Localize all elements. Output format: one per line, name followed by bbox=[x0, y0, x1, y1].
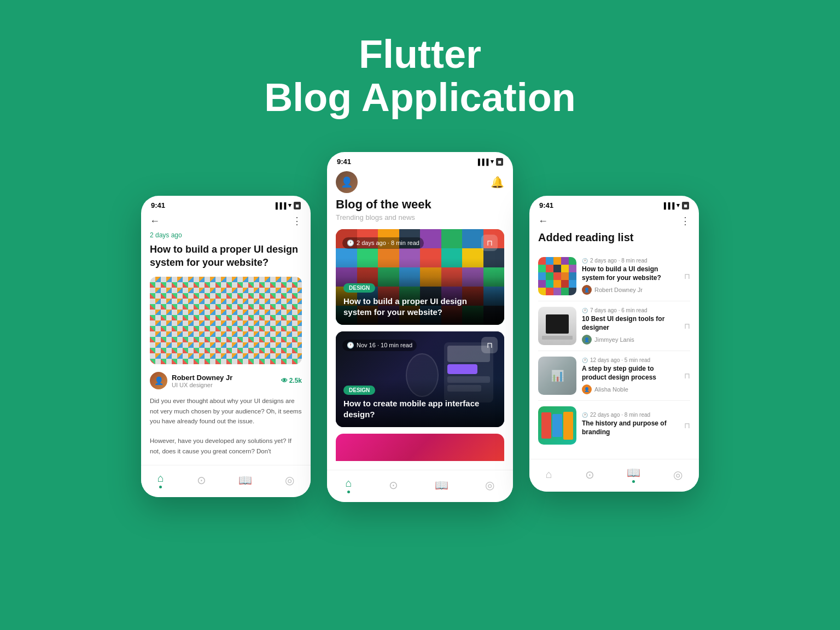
article-meta: 2 days ago bbox=[150, 231, 302, 239]
reading-thumb-3: 📊 bbox=[538, 357, 576, 395]
phone-header-right: ← ⋮ bbox=[529, 212, 699, 231]
reading-meta-2: 🕐 7 days ago · 6 min read bbox=[582, 307, 679, 313]
nav-bookmark-right[interactable]: 📖 bbox=[627, 466, 640, 483]
card1-overlay: DESIGN How to build a proper UI design s… bbox=[336, 277, 504, 325]
card1-badge: DESIGN bbox=[343, 283, 375, 293]
bottom-nav-right: ⌂ ⊙ 📖 ◎ bbox=[529, 459, 699, 492]
phone-header-center: 👤 🔔 bbox=[327, 168, 513, 197]
card1-bookmark-button[interactable]: ⊓ bbox=[481, 235, 498, 251]
home-icon: ⌂ bbox=[158, 472, 164, 485]
reading-item-2[interactable]: 🕐 7 days ago · 6 min read 10 Best UI des… bbox=[538, 301, 690, 351]
reading-title-2: 10 Best UI design tools for designer bbox=[582, 315, 679, 332]
section-subtitle: Trending blogs and news bbox=[336, 213, 504, 221]
reading-author-2: 👤 Jimmyey Lanis bbox=[582, 335, 679, 345]
back-button-right[interactable]: ← bbox=[538, 215, 548, 227]
clock-icon-r2: 🕐 bbox=[582, 308, 588, 313]
title-line1: Flutter bbox=[359, 32, 481, 76]
bookmark-icon: 📖 bbox=[238, 474, 252, 487]
nav-home-center[interactable]: ⌂ bbox=[346, 477, 352, 493]
phone-header-left: ← ⋮ bbox=[141, 212, 311, 231]
blog-card-3-partial[interactable] bbox=[336, 434, 504, 461]
clock-icon-r1: 🕐 bbox=[582, 258, 588, 264]
author-role: UI UX designer bbox=[172, 382, 232, 388]
section-title: Blog of the week bbox=[336, 197, 504, 212]
home-icon-c: ⌂ bbox=[346, 477, 352, 489]
nav-search-left[interactable]: ⊙ bbox=[197, 474, 206, 487]
notification-bell-icon[interactable]: 🔔 bbox=[491, 176, 504, 189]
search-icon: ⊙ bbox=[197, 474, 206, 487]
views-count: 👁 2.5k bbox=[281, 377, 302, 384]
left-phone-content: 2 days ago How to build a proper UI desi… bbox=[141, 231, 311, 465]
blog-card-2[interactable]: 🕐 Nov 16 · 10 min read ⊓ DESIGN How to c… bbox=[336, 331, 504, 427]
card1-top-bar: 🕐 2 days ago · 8 min read ⊓ bbox=[342, 235, 498, 251]
reading-thumb-1 bbox=[538, 257, 576, 295]
author-name: Robert Downey Jr bbox=[172, 374, 232, 382]
nav-home-right[interactable]: ⌂ bbox=[546, 468, 552, 481]
wifi-icon: ▾ bbox=[288, 202, 291, 209]
home-icon-r: ⌂ bbox=[546, 468, 552, 481]
article-text-2: However, have you developed any solution… bbox=[150, 436, 302, 456]
title-line2: Blog Application bbox=[264, 75, 575, 119]
nav-home-left[interactable]: ⌂ bbox=[158, 472, 164, 488]
reading-item-3[interactable]: 📊 🕐 12 days ago · 5 min read A step by s… bbox=[538, 351, 690, 401]
reading-title-3: A step by step guide to product design p… bbox=[582, 365, 679, 382]
nav-settings-right[interactable]: ◎ bbox=[673, 468, 682, 481]
article-title: How to build a proper UI design system f… bbox=[150, 243, 302, 269]
card2-title: How to create mobile app interface desig… bbox=[343, 398, 497, 419]
card2-meta: 🕐 Nov 16 · 10 min read bbox=[342, 340, 417, 351]
reading-title-1: How to build a UI design system for your… bbox=[582, 265, 679, 282]
reading-meta-1: 🕐 2 days ago · 8 min read bbox=[582, 258, 679, 264]
bookmark-icon-r3[interactable]: ⊓ bbox=[684, 371, 690, 380]
reading-info-3: 🕐 12 days ago · 5 min read A step by ste… bbox=[582, 357, 679, 394]
phone-center: 9:41 ▐▐▐ ▾ ■ 👤 🔔 Blog of the week Trendi… bbox=[327, 152, 513, 502]
phone-right: 9:41 ▐▐▐ ▾ ■ ← ⋮ Added reading list bbox=[529, 196, 699, 492]
author-avatar-3: 👤 bbox=[582, 384, 592, 394]
settings-icon-c: ◎ bbox=[485, 479, 494, 492]
battery-icon-c: ■ bbox=[496, 158, 503, 166]
author-avatar: 👤 bbox=[150, 372, 167, 389]
reading-author-3: 👤 Alisha Noble bbox=[582, 384, 679, 394]
clock-icon-r4: 🕐 bbox=[582, 412, 588, 418]
author-avatar-2: 👤 bbox=[582, 335, 592, 345]
status-icons-right: ▐▐▐ ▾ ■ bbox=[662, 202, 689, 209]
status-bar-center: 9:41 ▐▐▐ ▾ ■ bbox=[327, 152, 513, 168]
author-info: 👤 Robert Downey Jr UI UX designer bbox=[150, 372, 232, 389]
card2-top-bar: 🕐 Nov 16 · 10 min read ⊓ bbox=[342, 337, 498, 353]
reading-list-title: Added reading list bbox=[538, 231, 690, 244]
article-image bbox=[150, 277, 302, 364]
bookmark-icon-c: 📖 bbox=[435, 479, 448, 492]
nav-search-center[interactable]: ⊙ bbox=[389, 479, 398, 492]
article-text-1: Did you ever thought about why your UI d… bbox=[150, 396, 302, 426]
status-icons-left: ▐▐▐ ▾ ■ bbox=[273, 202, 301, 209]
bookmark-icon-r2[interactable]: ⊓ bbox=[684, 322, 690, 330]
nav-bookmark-center[interactable]: 📖 bbox=[435, 479, 448, 492]
time-left: 9:41 bbox=[151, 201, 165, 209]
reading-info-4: 🕐 22 days ago · 8 min read The history a… bbox=[582, 412, 679, 439]
reading-item-4[interactable]: 🕐 22 days ago · 8 min read The history a… bbox=[538, 401, 690, 450]
battery-icon-r: ■ bbox=[682, 202, 689, 209]
signal-icon-c: ▐▐▐ bbox=[476, 159, 488, 165]
nav-search-right[interactable]: ⊙ bbox=[585, 468, 594, 481]
time-right: 9:41 bbox=[539, 201, 553, 209]
reading-item-1[interactable]: 🕐 2 days ago · 8 min read How to build a… bbox=[538, 252, 690, 301]
more-button-right[interactable]: ⋮ bbox=[680, 215, 690, 227]
bookmark-icon-r1[interactable]: ⊓ bbox=[684, 272, 690, 281]
author-row: 👤 Robert Downey Jr UI UX designer 👁 2.5k bbox=[150, 372, 302, 389]
card2-bookmark-button[interactable]: ⊓ bbox=[481, 337, 498, 353]
eye-icon: 👁 bbox=[281, 377, 288, 384]
more-button-left[interactable]: ⋮ bbox=[292, 215, 302, 227]
signal-icon: ▐▐▐ bbox=[273, 202, 286, 209]
bookmark-icon-r4[interactable]: ⊓ bbox=[684, 421, 690, 430]
right-phone-content: Added reading list 🕐 2 days ago · 8 bbox=[529, 231, 699, 459]
author-avatar-1: 👤 bbox=[582, 285, 592, 295]
nav-bookmark-left[interactable]: 📖 bbox=[238, 474, 252, 487]
wifi-icon-r: ▾ bbox=[676, 202, 680, 209]
blog-card-1[interactable]: 🕐 2 days ago · 8 min read ⊓ DESIGN How t… bbox=[336, 229, 504, 325]
reading-title-4: The history and purpose of branding bbox=[582, 419, 679, 436]
nav-settings-center[interactable]: ◎ bbox=[485, 479, 494, 492]
nav-settings-left[interactable]: ◎ bbox=[285, 474, 294, 487]
status-bar-left: 9:41 ▐▐▐ ▾ ■ bbox=[141, 196, 311, 212]
settings-icon: ◎ bbox=[285, 474, 294, 487]
back-button-left[interactable]: ← bbox=[150, 215, 160, 227]
clock-icon: 🕐 bbox=[347, 240, 354, 247]
